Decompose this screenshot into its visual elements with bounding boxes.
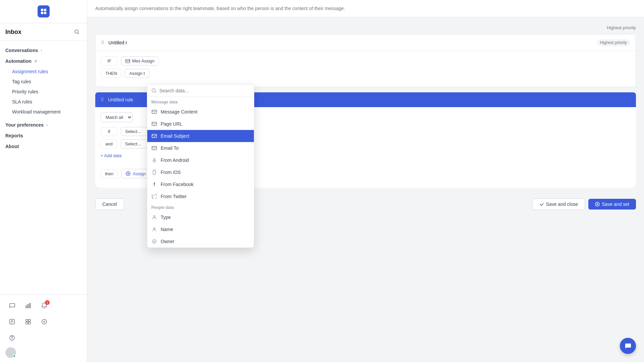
message-content-icon bbox=[151, 109, 157, 115]
search-icon bbox=[74, 29, 79, 35]
add-icon-btn[interactable] bbox=[38, 315, 51, 328]
sidebar-item-sla-rules[interactable]: SLA rules bbox=[0, 97, 87, 107]
preferences-label: Your preferences bbox=[5, 122, 44, 128]
dropdown-search-row bbox=[147, 85, 254, 97]
dropdown-item-owner[interactable]: Owner bbox=[147, 235, 254, 247]
check-icon bbox=[539, 202, 544, 207]
chart-icon bbox=[25, 302, 32, 309]
chat-icon bbox=[9, 302, 15, 309]
search-icon-button[interactable] bbox=[72, 27, 82, 37]
svg-line-30 bbox=[155, 92, 156, 93]
svg-point-21 bbox=[12, 339, 12, 340]
chevron-right-icon: › bbox=[41, 48, 42, 53]
dropdown-item-message-content-label: Message Content bbox=[161, 109, 198, 115]
preferences-nav[interactable]: Your preferences › bbox=[0, 120, 87, 130]
reports-label: Reports bbox=[5, 133, 23, 138]
svg-line-5 bbox=[78, 33, 79, 34]
support-icon-btn[interactable] bbox=[5, 331, 19, 345]
sidebar-item-tag-rules[interactable]: Tag rules bbox=[0, 77, 87, 87]
priority-rules-label: Priority rules bbox=[12, 89, 38, 94]
svg-point-42 bbox=[154, 241, 155, 242]
save-close-button[interactable]: Save and close bbox=[532, 198, 585, 210]
cancel-button[interactable]: Cancel bbox=[95, 198, 124, 210]
dropdown-item-email-to-label: Email To bbox=[161, 145, 178, 151]
help-icon bbox=[9, 334, 15, 341]
drag-handle-icon[interactable]: ⠿ bbox=[101, 40, 104, 45]
notifications-icon-btn[interactable]: 1 bbox=[38, 299, 51, 312]
assign-action-button-1[interactable]: Assign t bbox=[125, 69, 149, 78]
contacts-icon bbox=[9, 318, 15, 325]
message-assign-button[interactable]: Mes Assign bbox=[121, 56, 159, 65]
conversations-icon-btn[interactable] bbox=[5, 299, 19, 312]
automation-nav[interactable]: Automation ∨ bbox=[0, 56, 87, 66]
assign-to-icon bbox=[125, 171, 131, 176]
condition-label-1: Mes Assign bbox=[132, 58, 154, 63]
message-data-section-label: Message data bbox=[147, 97, 254, 106]
sidebar-title-row: Inbox bbox=[0, 23, 87, 41]
online-status-dot bbox=[13, 355, 16, 358]
dropdown-item-message-content[interactable]: Message Content bbox=[147, 106, 254, 118]
svg-rect-7 bbox=[28, 304, 29, 308]
if-label-1: IF bbox=[101, 56, 118, 65]
match-all-select[interactable]: Match all bbox=[101, 112, 132, 122]
svg-point-41 bbox=[152, 239, 156, 243]
svg-rect-31 bbox=[152, 110, 157, 114]
dropdown-item-from-android[interactable]: From Android bbox=[147, 154, 254, 166]
apps-icon-btn[interactable] bbox=[21, 315, 35, 328]
dropdown-item-name[interactable]: Name bbox=[147, 223, 254, 235]
svg-rect-15 bbox=[26, 322, 28, 324]
svg-rect-0 bbox=[41, 9, 43, 11]
dropdown-item-from-android-label: From Android bbox=[161, 157, 189, 163]
if-row-1: IF Mes Assign bbox=[101, 56, 630, 65]
sidebar-item-workload[interactable]: Workload management bbox=[0, 107, 87, 117]
svg-point-39 bbox=[153, 216, 155, 217]
rule-card-1: ⠿ Highest priority IF Mes Assign bbox=[95, 34, 636, 87]
chevron-down-icon: ∨ bbox=[34, 59, 37, 63]
dropdown-item-from-twitter[interactable]: From Twitter bbox=[147, 190, 254, 202]
automation-label: Automation bbox=[5, 58, 32, 64]
save-set-button[interactable]: Save and set bbox=[588, 199, 636, 210]
tag-rules-label: Tag rules bbox=[12, 79, 31, 84]
drag-handle-icon-2[interactable]: ⠿ bbox=[101, 97, 104, 102]
dropdown-item-email-subject[interactable]: Email Subject bbox=[147, 130, 254, 142]
svg-rect-14 bbox=[29, 319, 31, 321]
dropdown-item-from-facebook[interactable]: f From Facebook bbox=[147, 178, 254, 190]
svg-point-40 bbox=[153, 228, 155, 229]
then-row-1: THEN Assign t bbox=[101, 69, 630, 78]
dropdown-search-input[interactable] bbox=[159, 88, 250, 93]
email-subject-icon bbox=[151, 133, 157, 139]
contacts-icon-btn[interactable] bbox=[5, 315, 19, 328]
analytics-icon-btn[interactable] bbox=[21, 299, 35, 312]
main-body: Highest priority ⠿ Highest priority IF M… bbox=[87, 17, 644, 362]
sidebar-item-priority-rules[interactable]: Priority rules bbox=[0, 87, 87, 97]
user-avatar[interactable] bbox=[5, 347, 16, 358]
svg-rect-13 bbox=[26, 319, 28, 321]
svg-rect-36 bbox=[153, 161, 156, 162]
chat-fab-button[interactable] bbox=[620, 338, 636, 354]
preferences-chevron-icon: › bbox=[46, 123, 48, 127]
reports-nav[interactable]: Reports bbox=[0, 130, 87, 141]
then-label-2: then bbox=[101, 169, 118, 178]
dropdown-item-email-to[interactable]: Email To bbox=[147, 142, 254, 154]
notification-badge: 1 bbox=[45, 300, 50, 305]
dropdown-item-from-facebook-label: From Facebook bbox=[161, 182, 194, 187]
about-label: About bbox=[5, 144, 19, 149]
app-logo[interactable] bbox=[38, 5, 50, 17]
facebook-icon: f bbox=[151, 181, 157, 187]
conversations-nav[interactable]: Conversations › bbox=[0, 45, 87, 56]
dropdown-item-from-ios[interactable]: From iOS bbox=[147, 166, 254, 178]
main-header: Automatically assign conversations to th… bbox=[87, 0, 644, 17]
sidebar: Inbox Conversations › Automation ∨ Assig… bbox=[0, 0, 87, 362]
svg-rect-3 bbox=[44, 12, 46, 14]
dropdown-item-type[interactable]: Type bbox=[147, 211, 254, 223]
about-nav[interactable]: About bbox=[0, 141, 87, 152]
sidebar-item-assignment-rules[interactable]: Assignment rules bbox=[0, 66, 87, 77]
email-to-icon bbox=[151, 145, 157, 151]
dropdown-item-page-url[interactable]: Page URL bbox=[147, 118, 254, 130]
priority-label: Highest priority bbox=[95, 25, 636, 30]
rule-title-input-1[interactable] bbox=[108, 40, 593, 45]
if-label-2: If bbox=[101, 127, 117, 136]
plus-icon bbox=[41, 318, 48, 325]
twitter-icon bbox=[151, 193, 157, 199]
then-label-1: THEN bbox=[101, 69, 121, 78]
